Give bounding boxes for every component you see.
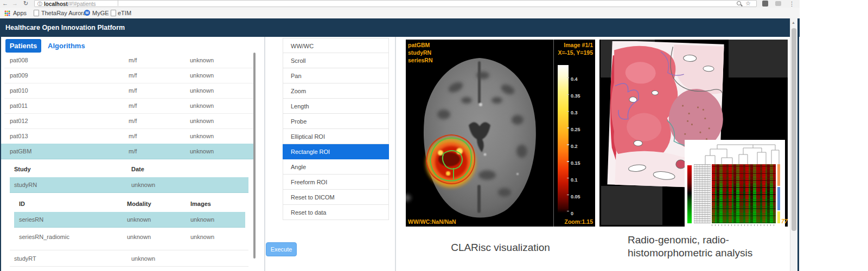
- tool-probe[interactable]: Probe: [283, 114, 389, 129]
- extension-icon-disabled[interactable]: [775, 1, 781, 6]
- tool-freeform-roi[interactable]: Freeform ROI: [283, 175, 389, 190]
- app-header: Healthcare Open Innovation Platform: [0, 18, 800, 37]
- document-icon: [111, 10, 116, 16]
- overlay-image-counter: Image #1/1: [564, 41, 593, 49]
- overlay-study-id: studyRN: [408, 49, 431, 56]
- placeholder-block: [729, 40, 788, 78]
- clustergram-inset: [685, 140, 785, 227]
- document-icon: [34, 10, 39, 16]
- series-row[interactable]: seriesRN_radiomic unknown unknown: [14, 229, 245, 244]
- tool-length[interactable]: Length: [283, 99, 389, 114]
- window-border-right: [797, 18, 799, 271]
- divider: [10, 250, 248, 250]
- browser-toolbar: ← → ↻ ⓘ localhost/#!#patients ☆ ⋮: [0, 0, 800, 8]
- browser-menu-icon[interactable]: ⋮: [789, 0, 795, 8]
- apps-label[interactable]: Apps: [13, 8, 27, 18]
- bookmark-etim[interactable]: eTIM: [118, 8, 131, 18]
- id-column-header: ID: [19, 201, 25, 207]
- window-scrollbar-thumb[interactable]: [792, 28, 796, 231]
- reload-icon[interactable]: ↻: [23, 0, 28, 7]
- bookmarks-bar: Apps ThetaRay Aurora M MyGE eTIM: [0, 8, 800, 19]
- url-bar[interactable]: ⓘ localhost/#!#patients: [34, 0, 757, 7]
- patient-row-selected[interactable]: patGBM m/f unknown: [1, 144, 256, 159]
- brain-mri-image: [406, 40, 553, 227]
- back-icon[interactable]: ←: [2, 0, 8, 7]
- scroll-up-icon[interactable]: ▲: [792, 21, 795, 24]
- overlay-wwwc: WW/WC:NaN/NaN: [408, 218, 456, 225]
- overlay-zoom: Zoom:1.15: [564, 218, 593, 225]
- value-colorbar: [687, 165, 692, 223]
- tool-scroll[interactable]: Scroll: [283, 53, 389, 68]
- images-column-header: Images: [190, 201, 211, 207]
- tool-wwwc[interactable]: WW/WC: [283, 38, 389, 53]
- tab-algorithms[interactable]: Algorithms: [48, 39, 85, 53]
- dendrogram-left: [694, 164, 711, 223]
- execute-button[interactable]: Execute: [266, 242, 297, 256]
- patient-row[interactable]: pat012 m/f unknown: [4, 113, 254, 129]
- url-caret: [118, 1, 118, 6]
- extension-icon[interactable]: [762, 1, 768, 7]
- cluster-strip-orange: [777, 164, 780, 186]
- overlay-coordinates: X=-15, Y=195: [558, 49, 593, 56]
- overlay-zoom-fragment: 77: [781, 218, 788, 224]
- patient-list-scrollbar[interactable]: [253, 53, 256, 259]
- viewer-caption: CLARisc visualization: [406, 242, 595, 254]
- date-column-header: Date: [131, 166, 144, 172]
- patient-row[interactable]: pat008 m/f unknown: [4, 53, 254, 68]
- series-row-selected[interactable]: seriesRN unknown unknown: [14, 212, 245, 228]
- dendrogram-top: [701, 141, 782, 164]
- url-host: localhost: [44, 1, 68, 7]
- tool-reset-dicom[interactable]: Reset to DICOM: [283, 190, 389, 205]
- tool-elliptical-roi[interactable]: Elliptical ROI: [283, 129, 389, 144]
- url-path: /#!#patients: [68, 1, 96, 7]
- patient-row[interactable]: pat010 m/f unknown: [4, 83, 254, 99]
- circle-icon: M: [84, 10, 90, 16]
- analysis-caption: Radio-genomic, radio- histomorphometric …: [628, 234, 780, 259]
- heatmap-axis-ticks: [712, 224, 776, 226]
- modality-column-header: Modality: [127, 201, 151, 207]
- cluster-strip-blue: [777, 187, 780, 210]
- bookmark-thetaray[interactable]: ThetaRay Aurora: [41, 8, 86, 18]
- tool-zoom[interactable]: Zoom: [283, 83, 389, 99]
- analysis-viewer[interactable]: 77: [599, 40, 788, 227]
- tool-angle[interactable]: Angle: [283, 159, 389, 175]
- colorbar-labels: 0.40.35 0.30.25 0.20.15 0.10.05 0: [571, 76, 580, 216]
- panel-divider: [395, 37, 396, 271]
- viewport-divider: [553, 40, 554, 227]
- cluster-strip-yellow: [777, 211, 780, 223]
- study-row-selected[interactable]: studyRN unknown: [10, 177, 248, 193]
- patient-row[interactable]: pat009 m/f unknown: [4, 68, 254, 83]
- placeholder-block: [601, 186, 662, 225]
- bookmark-myge[interactable]: MyGE: [92, 8, 109, 18]
- colorbar-ticks: [567, 78, 569, 211]
- apps-grid-icon[interactable]: [4, 10, 10, 16]
- page-title: Healthcare Open Innovation Platform: [5, 18, 125, 37]
- tool-pan[interactable]: Pan: [283, 68, 389, 83]
- bookmark-star-icon[interactable]: ☆: [745, 0, 751, 7]
- tool-list: WW/WC Scroll Pan Zoom Length Probe Ellip…: [283, 38, 389, 220]
- patient-row[interactable]: pat011 m/f unknown: [4, 98, 254, 114]
- patient-row[interactable]: pat013 m/f unknown: [4, 128, 254, 144]
- study-column-header: Study: [14, 166, 31, 172]
- window-scrollbar[interactable]: ▲: [790, 18, 797, 271]
- study-row[interactable]: studyRT unknown: [10, 251, 248, 267]
- panel-divider: [264, 37, 265, 271]
- overlay-patient-id: patGBM: [408, 41, 430, 49]
- tool-reset-data[interactable]: Reset to data: [283, 205, 389, 220]
- search-icon[interactable]: [737, 1, 741, 5]
- tab-patients[interactable]: Patients: [5, 39, 41, 53]
- app-window: ← → ↻ ⓘ localhost/#!#patients ☆ ⋮ Apps T…: [0, 0, 868, 271]
- expression-heatmap: [712, 164, 776, 223]
- overlay-series-id: seriesRN: [408, 56, 433, 64]
- forward-icon[interactable]: →: [12, 0, 18, 7]
- info-icon[interactable]: ⓘ: [37, 1, 42, 8]
- tool-rectangle-roi-selected[interactable]: Rectangle ROI: [283, 144, 389, 159]
- dicom-viewer[interactable]: 0.40.35 0.30.25 0.20.15 0.10.05 0 patGBM…: [406, 40, 595, 227]
